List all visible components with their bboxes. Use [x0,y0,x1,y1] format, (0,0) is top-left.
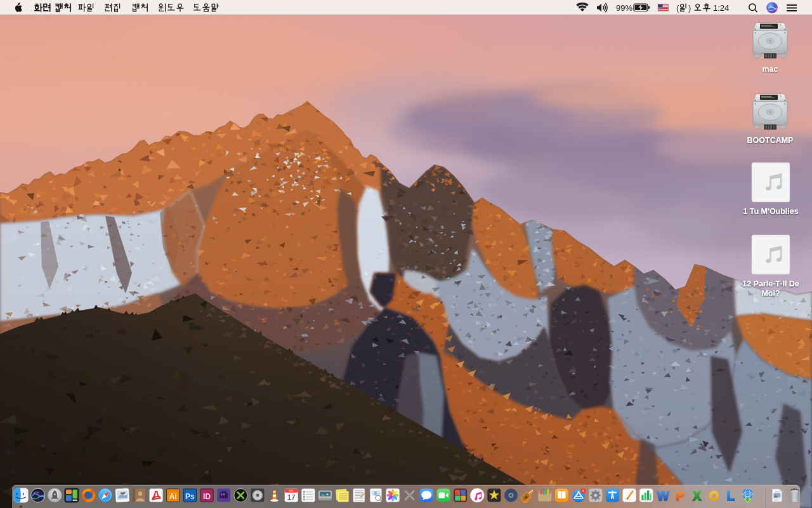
svg-text:L: L [727,489,735,503]
svg-text:P: P [676,489,684,503]
svg-text:ID: ID [203,492,211,501]
svg-text:mac: mac [762,65,778,74]
svg-text:Ps: Ps [185,492,195,501]
svg-text:1:24: 1:24 [713,3,729,13]
svg-text:1 Tu M'Oublies: 1 Tu M'Oublies [743,207,799,216]
svg-text:17: 17 [287,493,295,501]
svg-text:O: O [709,489,719,503]
svg-text:X: X [693,489,702,503]
svg-text:4: 4 [582,489,584,493]
svg-text:(: ( [676,3,679,13]
svg-text:JPG: JPG [775,491,779,493]
svg-text:): ) [688,3,691,13]
svg-text:JUL: JUL [289,489,294,492]
svg-text:12 Parle-T-Il De: 12 Parle-T-Il De [742,279,799,288]
svg-text:Moi?: Moi? [761,289,780,298]
svg-text:99%: 99% [616,3,632,13]
svg-text:BOOTCAMP: BOOTCAMP [747,136,794,145]
svg-text:Ai: Ai [169,492,177,501]
svg-text:W: W [657,489,669,503]
